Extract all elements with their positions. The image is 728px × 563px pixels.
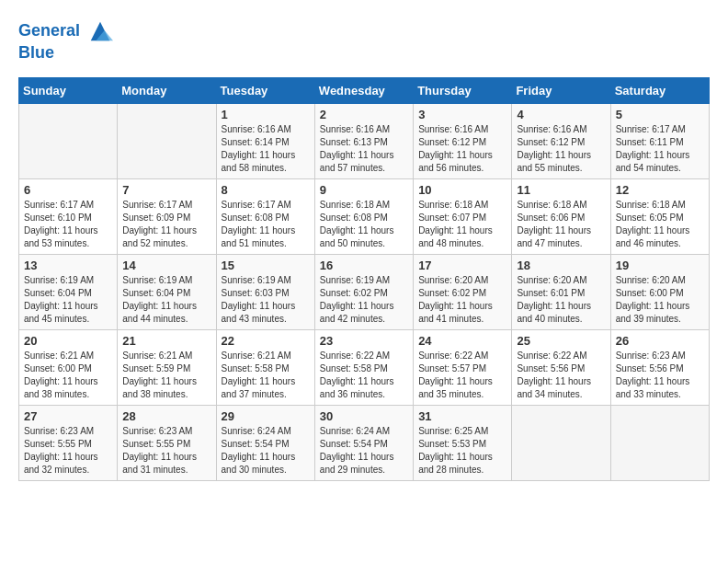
day-number: 4 bbox=[517, 108, 605, 121]
day-number: 17 bbox=[418, 259, 506, 272]
day-info: Sunrise: 6:22 AM Sunset: 5:57 PM Dayligh… bbox=[418, 350, 506, 401]
day-number: 26 bbox=[616, 334, 704, 348]
day-number: 25 bbox=[517, 334, 605, 348]
day-info: Sunrise: 6:25 AM Sunset: 5:53 PM Dayligh… bbox=[418, 425, 506, 477]
calendar-cell: 29Sunrise: 6:24 AM Sunset: 5:54 PM Dayli… bbox=[216, 405, 314, 480]
day-info: Sunrise: 6:21 AM Sunset: 6:00 PM Dayligh… bbox=[24, 350, 112, 401]
day-number: 28 bbox=[122, 409, 210, 423]
day-info: Sunrise: 6:19 AM Sunset: 6:04 PM Dayligh… bbox=[122, 274, 210, 326]
day-number: 21 bbox=[122, 334, 210, 348]
day-info: Sunrise: 6:18 AM Sunset: 6:05 PM Dayligh… bbox=[616, 199, 704, 250]
day-info: Sunrise: 6:19 AM Sunset: 6:04 PM Dayligh… bbox=[24, 274, 112, 326]
calendar-cell: 10Sunrise: 6:18 AM Sunset: 6:07 PM Dayli… bbox=[414, 178, 512, 254]
calendar-cell: 12Sunrise: 6:18 AM Sunset: 6:05 PM Dayli… bbox=[610, 178, 709, 254]
day-info: Sunrise: 6:22 AM Sunset: 5:58 PM Dayligh… bbox=[320, 350, 408, 401]
calendar-cell: 4Sunrise: 6:16 AM Sunset: 6:12 PM Daylig… bbox=[512, 103, 610, 178]
calendar-cell: 8Sunrise: 6:17 AM Sunset: 6:08 PM Daylig… bbox=[216, 178, 314, 254]
day-info: Sunrise: 6:21 AM Sunset: 5:58 PM Dayligh… bbox=[222, 350, 310, 401]
calendar-cell: 25Sunrise: 6:22 AM Sunset: 5:56 PM Dayli… bbox=[512, 329, 610, 405]
day-header-wednesday: Wednesday bbox=[314, 77, 413, 103]
calendar-cell bbox=[19, 103, 118, 178]
day-number: 22 bbox=[222, 334, 310, 348]
day-number: 15 bbox=[222, 259, 310, 272]
page-header: General Blue bbox=[18, 18, 710, 63]
day-info: Sunrise: 6:24 AM Sunset: 5:54 PM Dayligh… bbox=[222, 425, 310, 477]
calendar-cell: 9Sunrise: 6:18 AM Sunset: 6:08 PM Daylig… bbox=[314, 178, 413, 254]
day-number: 8 bbox=[222, 183, 310, 197]
calendar-week-3: 13Sunrise: 6:19 AM Sunset: 6:04 PM Dayli… bbox=[19, 254, 710, 329]
calendar-table: SundayMondayTuesdayWednesdayThursdayFrid… bbox=[18, 77, 710, 481]
day-number: 6 bbox=[24, 183, 112, 197]
calendar-week-4: 20Sunrise: 6:21 AM Sunset: 6:00 PM Dayli… bbox=[19, 329, 710, 405]
day-header-monday: Monday bbox=[118, 77, 216, 103]
calendar-cell: 28Sunrise: 6:23 AM Sunset: 5:55 PM Dayli… bbox=[118, 405, 216, 480]
day-info: Sunrise: 6:16 AM Sunset: 6:12 PM Dayligh… bbox=[418, 123, 506, 175]
day-info: Sunrise: 6:17 AM Sunset: 6:08 PM Dayligh… bbox=[222, 199, 310, 250]
day-header-friday: Friday bbox=[512, 77, 610, 103]
day-number: 5 bbox=[616, 108, 704, 121]
day-info: Sunrise: 6:21 AM Sunset: 5:59 PM Dayligh… bbox=[122, 350, 210, 401]
day-info: Sunrise: 6:22 AM Sunset: 5:56 PM Dayligh… bbox=[517, 350, 605, 401]
calendar-cell: 14Sunrise: 6:19 AM Sunset: 6:04 PM Dayli… bbox=[118, 254, 216, 329]
day-number: 3 bbox=[418, 108, 506, 121]
logo: General Blue bbox=[18, 18, 113, 63]
day-info: Sunrise: 6:18 AM Sunset: 6:08 PM Dayligh… bbox=[320, 199, 408, 250]
day-info: Sunrise: 6:23 AM Sunset: 5:56 PM Dayligh… bbox=[616, 350, 704, 401]
calendar-cell: 13Sunrise: 6:19 AM Sunset: 6:04 PM Dayli… bbox=[19, 254, 118, 329]
day-number: 23 bbox=[320, 334, 408, 348]
day-number: 7 bbox=[122, 183, 210, 197]
calendar-cell: 19Sunrise: 6:20 AM Sunset: 6:00 PM Dayli… bbox=[610, 254, 709, 329]
calendar-week-1: 1Sunrise: 6:16 AM Sunset: 6:14 PM Daylig… bbox=[19, 103, 710, 178]
calendar-cell: 21Sunrise: 6:21 AM Sunset: 5:59 PM Dayli… bbox=[118, 329, 216, 405]
day-info: Sunrise: 6:19 AM Sunset: 6:03 PM Dayligh… bbox=[222, 274, 310, 326]
calendar-cell: 3Sunrise: 6:16 AM Sunset: 6:12 PM Daylig… bbox=[414, 103, 512, 178]
day-number: 12 bbox=[616, 183, 704, 197]
day-header-tuesday: Tuesday bbox=[216, 77, 314, 103]
logo-text: General bbox=[18, 18, 113, 44]
logo-blue: Blue bbox=[18, 44, 113, 63]
day-number: 10 bbox=[418, 183, 506, 197]
day-number: 31 bbox=[418, 409, 506, 423]
day-info: Sunrise: 6:23 AM Sunset: 5:55 PM Dayligh… bbox=[122, 425, 210, 477]
logo-icon bbox=[87, 18, 113, 44]
calendar-cell bbox=[118, 103, 216, 178]
calendar-cell: 22Sunrise: 6:21 AM Sunset: 5:58 PM Dayli… bbox=[216, 329, 314, 405]
day-info: Sunrise: 6:20 AM Sunset: 6:00 PM Dayligh… bbox=[616, 274, 704, 326]
day-info: Sunrise: 6:16 AM Sunset: 6:13 PM Dayligh… bbox=[320, 123, 408, 175]
day-number: 9 bbox=[320, 183, 408, 197]
day-number: 24 bbox=[418, 334, 506, 348]
calendar-cell: 15Sunrise: 6:19 AM Sunset: 6:03 PM Dayli… bbox=[216, 254, 314, 329]
calendar-cell: 24Sunrise: 6:22 AM Sunset: 5:57 PM Dayli… bbox=[414, 329, 512, 405]
calendar-cell: 6Sunrise: 6:17 AM Sunset: 6:10 PM Daylig… bbox=[19, 178, 118, 254]
day-number: 13 bbox=[24, 259, 112, 272]
day-number: 18 bbox=[517, 259, 605, 272]
calendar-header-row: SundayMondayTuesdayWednesdayThursdayFrid… bbox=[19, 77, 710, 103]
calendar-cell: 27Sunrise: 6:23 AM Sunset: 5:55 PM Dayli… bbox=[19, 405, 118, 480]
calendar-cell: 17Sunrise: 6:20 AM Sunset: 6:02 PM Dayli… bbox=[414, 254, 512, 329]
day-header-thursday: Thursday bbox=[414, 77, 512, 103]
day-info: Sunrise: 6:19 AM Sunset: 6:02 PM Dayligh… bbox=[320, 274, 408, 326]
day-number: 27 bbox=[24, 409, 112, 423]
calendar-cell: 18Sunrise: 6:20 AM Sunset: 6:01 PM Dayli… bbox=[512, 254, 610, 329]
day-number: 11 bbox=[517, 183, 605, 197]
day-info: Sunrise: 6:24 AM Sunset: 5:54 PM Dayligh… bbox=[320, 425, 408, 477]
day-number: 30 bbox=[320, 409, 408, 423]
day-number: 1 bbox=[222, 108, 310, 121]
day-info: Sunrise: 6:18 AM Sunset: 6:07 PM Dayligh… bbox=[418, 199, 506, 250]
day-number: 2 bbox=[320, 108, 408, 121]
day-header-sunday: Sunday bbox=[19, 77, 118, 103]
day-number: 20 bbox=[24, 334, 112, 348]
calendar-cell: 23Sunrise: 6:22 AM Sunset: 5:58 PM Dayli… bbox=[314, 329, 413, 405]
day-info: Sunrise: 6:16 AM Sunset: 6:14 PM Dayligh… bbox=[222, 123, 310, 175]
day-info: Sunrise: 6:17 AM Sunset: 6:10 PM Dayligh… bbox=[24, 199, 112, 250]
calendar-cell: 20Sunrise: 6:21 AM Sunset: 6:00 PM Dayli… bbox=[19, 329, 118, 405]
calendar-cell: 2Sunrise: 6:16 AM Sunset: 6:13 PM Daylig… bbox=[314, 103, 413, 178]
calendar-cell bbox=[512, 405, 610, 480]
day-number: 29 bbox=[222, 409, 310, 423]
day-info: Sunrise: 6:18 AM Sunset: 6:06 PM Dayligh… bbox=[517, 199, 605, 250]
calendar-week-2: 6Sunrise: 6:17 AM Sunset: 6:10 PM Daylig… bbox=[19, 178, 710, 254]
day-info: Sunrise: 6:23 AM Sunset: 5:55 PM Dayligh… bbox=[24, 425, 112, 477]
calendar-week-5: 27Sunrise: 6:23 AM Sunset: 5:55 PM Dayli… bbox=[19, 405, 710, 480]
calendar-cell: 11Sunrise: 6:18 AM Sunset: 6:06 PM Dayli… bbox=[512, 178, 610, 254]
calendar-cell: 7Sunrise: 6:17 AM Sunset: 6:09 PM Daylig… bbox=[118, 178, 216, 254]
